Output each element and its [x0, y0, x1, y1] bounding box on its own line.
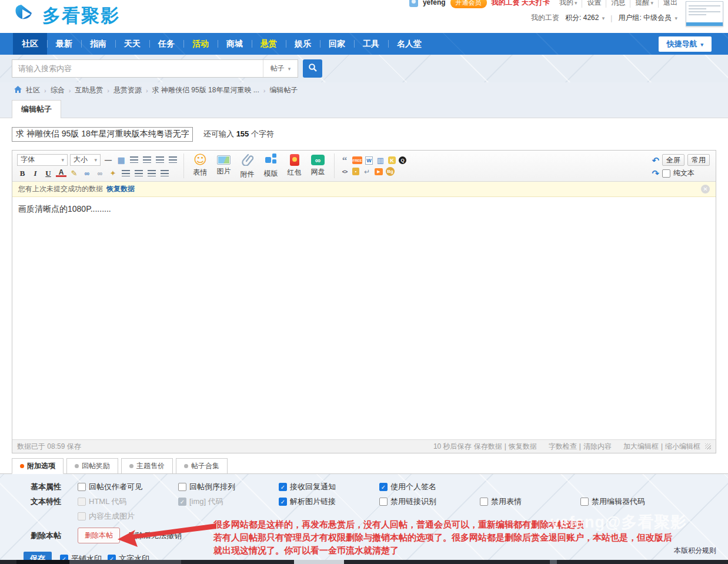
attachment-button[interactable]: 附件 [236, 152, 258, 181]
breadcrumb-item[interactable]: 综合 [51, 85, 65, 95]
nav-item-2[interactable]: 最新 [47, 33, 81, 55]
align-justify-icon[interactable] [169, 156, 177, 163]
sell-key-icon[interactable]: K [388, 156, 396, 164]
wage-promo-link[interactable]: 我的工资 天天打卡 [492, 0, 550, 8]
option-checkbox-item[interactable]: ✓使用个人签名 [379, 482, 480, 492]
underline-icon[interactable]: U [43, 169, 54, 178]
user-menu-5[interactable]: 退出 [658, 0, 682, 8]
breadcrumb-item[interactable]: 编辑帖子 [269, 85, 298, 95]
image-align-left-icon[interactable] [122, 170, 130, 176]
media-icon[interactable]: ▶ [375, 168, 383, 175]
nav-item-10[interactable]: 回家 [320, 33, 354, 55]
option-checkbox-item[interactable]: 禁用表情 [480, 496, 580, 507]
font-select[interactable]: 字体▾ [17, 154, 68, 166]
nav-item-5[interactable]: 任务 [149, 33, 183, 55]
user-menu-4[interactable]: 提醒▾ [630, 0, 658, 8]
code-icon[interactable]: <> [340, 167, 349, 176]
user-menu-2[interactable]: 设置 [582, 0, 606, 8]
nav-item-7[interactable]: 商城 [218, 33, 252, 55]
status-action-link[interactable]: 缩小编辑框 [665, 442, 700, 452]
highlight-icon[interactable]: ✎ [69, 169, 79, 178]
status-action-link[interactable]: 清除内容 [583, 442, 612, 452]
undo-icon[interactable]: ↶ [652, 156, 659, 165]
bold-icon[interactable]: B [17, 169, 28, 178]
nav-item-8[interactable]: 悬赏 [252, 33, 286, 55]
ordered-list-icon[interactable] [148, 170, 156, 176]
option-checkbox-item[interactable]: ✓[img] 代码 [178, 496, 279, 507]
smilies-button[interactable]: ☺表情 [189, 152, 211, 181]
redo-icon[interactable]: ↷ [652, 169, 659, 178]
remove-link-icon[interactable]: ∞ [95, 169, 105, 178]
search-button[interactable] [303, 59, 322, 78]
fullscreen-button[interactable]: 全屏 [662, 154, 684, 166]
template-button[interactable]: 模版 [260, 152, 282, 181]
username[interactable]: yefeng [423, 0, 446, 6]
common-button[interactable]: 常用 [687, 154, 710, 166]
nav-item-3[interactable]: 指南 [81, 33, 115, 55]
nav-item-9[interactable]: 娱乐 [286, 33, 320, 55]
usergroup-dropdown[interactable]: 用户组: 中级会员 ▾ [618, 13, 677, 23]
netdisk-button[interactable]: ∞网盘 [307, 152, 329, 181]
options-tab-3[interactable]: 主题售价 [121, 458, 173, 474]
my-wage-link[interactable]: 我的工资 [531, 13, 559, 23]
home-icon[interactable] [14, 86, 22, 95]
breadcrumb-item[interactable]: 求 神雕侠侣 95版 18年星河重映 ... [152, 85, 259, 95]
clear-format-icon[interactable]: ✦ [108, 169, 118, 178]
nav-item-12[interactable]: 名人堂 [388, 33, 430, 55]
nav-item-6[interactable]: 活动 [183, 33, 218, 55]
credits-dropdown[interactable]: 积分: 4262 ▾ [565, 13, 605, 23]
option-checkbox-item[interactable]: HTML 代码 [78, 496, 178, 507]
unchecked-checkbox[interactable] [580, 498, 589, 506]
status-action-link[interactable]: 保存数据 [474, 442, 502, 452]
breadcrumb-item[interactable]: 社区 [26, 85, 40, 95]
qq-icon[interactable]: Q [399, 156, 406, 164]
align-left-icon[interactable] [130, 156, 138, 163]
avatar[interactable] [409, 0, 418, 7]
unchecked-checkbox[interactable] [379, 498, 388, 506]
breadcrumb-item[interactable]: 悬赏资源 [113, 85, 142, 95]
horizontal-rule-icon[interactable]: — [103, 155, 113, 165]
status-action-link[interactable]: 恢复数据 [509, 442, 537, 452]
word-doc-icon[interactable]: W [365, 156, 373, 165]
table-icon[interactable]: ▦ [116, 155, 126, 165]
search-input[interactable] [12, 60, 263, 77]
option-checkbox-item[interactable]: ✓解析图片链接 [279, 496, 379, 507]
options-tab-1[interactable]: 附加选项 [12, 458, 64, 474]
option-checkbox-item[interactable]: 内容生成图片 [78, 511, 178, 522]
unchecked-checkbox[interactable] [480, 498, 488, 506]
unchecked-checkbox[interactable] [178, 483, 186, 491]
nav-item-4[interactable]: 天天 [115, 33, 149, 55]
breadcrumb-item[interactable]: 互助悬赏 [75, 85, 103, 95]
background-icon[interactable]: Bg [386, 167, 395, 176]
restore-data-link[interactable]: 恢复数据 [106, 184, 135, 194]
vip-upgrade-button[interactable]: 开通会员 [450, 0, 487, 8]
checked-checkbox[interactable]: ✓ [279, 483, 287, 491]
image-align-right-icon[interactable] [135, 170, 143, 176]
close-icon[interactable]: ✕ [701, 185, 710, 193]
post-title-input[interactable] [12, 127, 193, 142]
option-checkbox-item[interactable]: 禁用链接识别 [379, 496, 480, 507]
font-color-icon[interactable]: A [56, 169, 66, 177]
plain-text-checkbox[interactable] [662, 169, 670, 178]
quote-icon[interactable]: “ [340, 156, 349, 165]
red-packet-button[interactable]: 红包 [283, 152, 305, 181]
quick-nav-button[interactable]: 快捷导航 ▾ [659, 36, 712, 52]
insert-link-icon[interactable]: ∞ [82, 169, 92, 178]
image-button[interactable]: 图片 [213, 152, 235, 181]
option-checkbox-item[interactable]: 回帖倒序排列 [178, 482, 279, 492]
option-checkbox-item[interactable]: 回帖仅作者可见 [78, 482, 178, 492]
nav-item-11[interactable]: 工具 [354, 33, 388, 55]
editor-content[interactable]: 画质清晰点的1080P......... [12, 197, 716, 439]
tab-edit-post[interactable]: 编辑帖子 [12, 100, 61, 118]
unchecked-checkbox[interactable] [78, 483, 86, 491]
free-hidden-icon[interactable]: FREE [352, 156, 362, 164]
search-scope-dropdown[interactable]: 帖子▾ [263, 60, 298, 77]
size-select[interactable]: 大小▾ [70, 154, 101, 166]
lock-icon[interactable]: • [352, 168, 359, 175]
resize-grip-icon[interactable] [705, 443, 711, 449]
unordered-list-icon[interactable] [161, 170, 169, 176]
columns-icon[interactable]: ▥ [376, 156, 385, 165]
align-center-icon[interactable] [143, 156, 151, 163]
status-action-link[interactable]: 字数检查 [549, 442, 577, 452]
user-menu-1[interactable]: 我的▾ [555, 0, 582, 8]
